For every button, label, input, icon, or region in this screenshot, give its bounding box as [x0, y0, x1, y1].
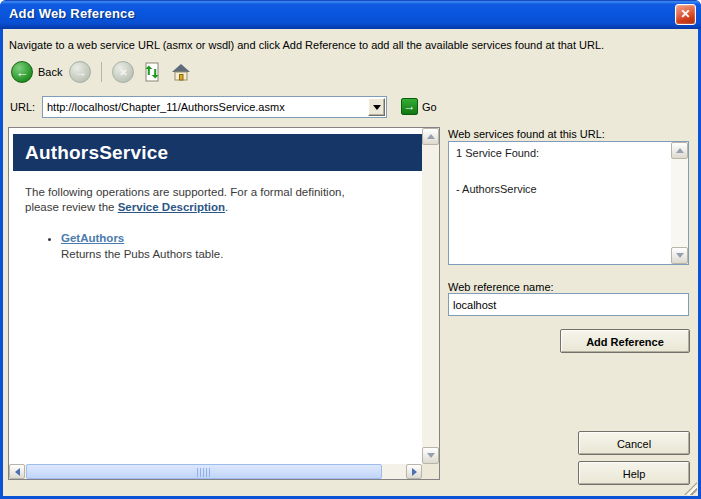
back-icon[interactable]: ←: [11, 61, 33, 83]
cancel-button[interactable]: Cancel: [578, 431, 690, 455]
web-reference-name-label: Web reference name:: [448, 281, 554, 293]
service-intro-text: The following operations are supported. …: [25, 185, 422, 215]
back-button-label[interactable]: Back: [38, 66, 62, 78]
scroll-down-icon[interactable]: [422, 447, 439, 464]
scroll-up-icon[interactable]: [422, 128, 439, 145]
web-reference-name-input[interactable]: [448, 293, 689, 316]
forward-icon: →: [69, 61, 91, 83]
service-description-link[interactable]: Service Description: [118, 201, 225, 213]
navigation-toolbar: ← Back → ✕: [11, 59, 192, 85]
services-found-content: 1 Service Found: - AuthorsService: [449, 142, 671, 264]
web-page-preview-panel: AuthorsService The following operations …: [8, 127, 440, 480]
intro-suffix: .: [225, 201, 228, 213]
go-button-label: Go: [422, 101, 437, 113]
scrollbar-corner: [422, 464, 439, 479]
url-dropdown-button[interactable]: [368, 98, 385, 116]
scroll-right-icon[interactable]: [406, 464, 422, 479]
instruction-text: Navigate to a web service URL (asmx or w…: [9, 39, 604, 51]
window-title: Add Web Reference: [9, 6, 135, 21]
services-found-listbox[interactable]: 1 Service Found: - AuthorsService: [448, 141, 689, 265]
getauthors-link[interactable]: GetAuthors: [61, 231, 124, 246]
url-label: URL:: [10, 101, 35, 113]
service-heading: AuthorsService: [13, 134, 422, 171]
intro-line1: The following operations are supported. …: [25, 186, 345, 198]
refresh-icon[interactable]: [141, 61, 163, 83]
home-icon[interactable]: [170, 61, 192, 83]
main-vertical-scrollbar[interactable]: [422, 128, 439, 464]
scroll-left-icon[interactable]: [9, 464, 25, 479]
dialog-body: Navigate to a web service URL (asmx or w…: [3, 29, 698, 496]
service-list-item[interactable]: - AuthorsService: [456, 183, 664, 195]
url-input[interactable]: [44, 98, 369, 116]
operation-description: Returns the Pubs Authors table.: [61, 248, 223, 260]
listbox-vertical-scrollbar[interactable]: [671, 142, 688, 264]
help-button[interactable]: Help: [578, 461, 690, 485]
horizontal-scroll-thumb[interactable]: [26, 464, 382, 479]
main-horizontal-scrollbar[interactable]: [9, 464, 422, 479]
services-found-label: Web services found at this URL:: [448, 128, 605, 140]
service-title-banner: AuthorsService: [13, 134, 422, 171]
intro-line2: please review the: [25, 201, 118, 213]
add-web-reference-dialog: Add Web Reference ✕ Navigate to a web se…: [0, 0, 701, 499]
scroll-down-icon[interactable]: [671, 247, 688, 264]
chevron-down-icon: [373, 105, 381, 110]
web-page-content: AuthorsService The following operations …: [9, 128, 422, 464]
service-count-text: 1 Service Found:: [456, 147, 664, 159]
scroll-up-icon[interactable]: [671, 142, 688, 159]
add-reference-button[interactable]: Add Reference: [560, 329, 690, 353]
close-icon[interactable]: ✕: [675, 4, 696, 25]
operations-list: GetAuthors Returns the Pubs Authors tabl…: [9, 231, 422, 262]
go-arrow-icon: →: [401, 98, 418, 115]
stop-icon: ✕: [112, 61, 134, 83]
toolbar-separator: [101, 62, 102, 82]
operation-item: GetAuthors Returns the Pubs Authors tabl…: [61, 231, 422, 262]
url-combobox[interactable]: [42, 96, 387, 118]
title-bar[interactable]: Add Web Reference ✕: [0, 0, 701, 29]
go-button[interactable]: → Go: [401, 98, 437, 115]
